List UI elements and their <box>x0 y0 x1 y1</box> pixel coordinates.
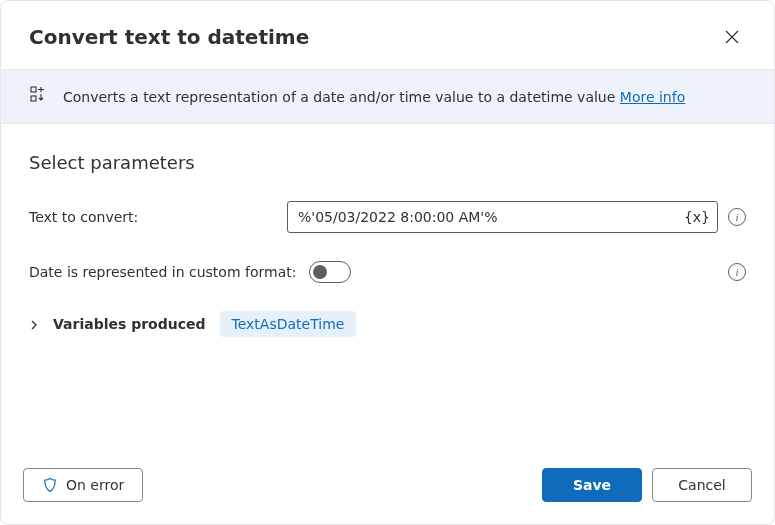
text-to-convert-label: Text to convert: <box>29 209 287 225</box>
close-icon <box>725 30 739 44</box>
variables-produced-row: Variables produced TextAsDateTime <box>29 311 746 337</box>
toggle-knob <box>313 265 327 279</box>
dialog-content: Select parameters Text to convert: {x} i… <box>1 124 774 450</box>
on-error-label: On error <box>66 477 124 493</box>
save-button[interactable]: Save <box>542 468 642 502</box>
custom-format-toggle[interactable] <box>309 261 351 283</box>
action-icon <box>29 86 47 107</box>
shield-icon <box>42 477 58 493</box>
banner-text: Converts a text representation of a date… <box>63 89 685 105</box>
variable-badge[interactable]: TextAsDateTime <box>220 311 357 337</box>
info-icon[interactable]: i <box>728 263 746 281</box>
dialog-container: Convert text to datetime Converts a text… <box>0 0 775 525</box>
save-label: Save <box>573 477 611 493</box>
dialog-header: Convert text to datetime <box>1 1 774 69</box>
custom-format-row: Date is represented in custom format: i <box>29 261 746 283</box>
svg-rect-0 <box>31 87 36 92</box>
chevron-right-icon[interactable] <box>29 315 39 334</box>
svg-rect-1 <box>31 96 36 101</box>
text-to-convert-row: Text to convert: {x} i <box>29 201 746 233</box>
text-to-convert-input[interactable] <box>287 201 718 233</box>
dialog-title: Convert text to datetime <box>29 25 309 49</box>
dialog-footer: On error Save Cancel <box>1 450 774 524</box>
variables-produced-label: Variables produced <box>53 316 206 332</box>
info-icon[interactable]: i <box>728 208 746 226</box>
custom-format-label: Date is represented in custom format: <box>29 264 309 280</box>
on-error-button[interactable]: On error <box>23 468 143 502</box>
section-title: Select parameters <box>29 152 746 173</box>
more-info-link[interactable]: More info <box>620 89 685 105</box>
variable-picker-icon[interactable]: {x} <box>684 209 710 225</box>
cancel-button[interactable]: Cancel <box>652 468 752 502</box>
cancel-label: Cancel <box>678 477 725 493</box>
info-banner: Converts a text representation of a date… <box>1 69 774 124</box>
input-wrapper: {x} <box>287 201 718 233</box>
close-button[interactable] <box>718 23 746 51</box>
